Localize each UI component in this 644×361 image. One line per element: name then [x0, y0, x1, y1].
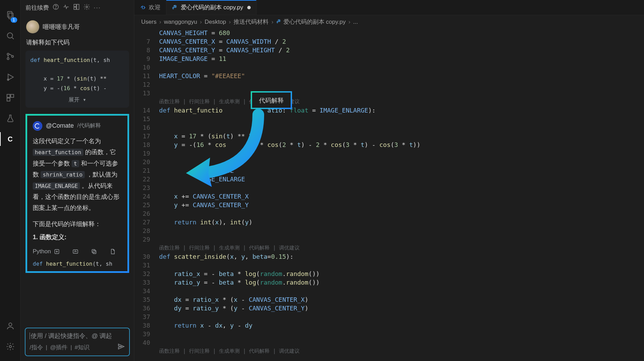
code-content[interactable]: CANVAS_HEIGHT = 680CANVAS_CENTER_X = CAN…	[159, 29, 644, 361]
code-line[interactable]	[159, 123, 644, 132]
code-line[interactable]	[159, 209, 644, 218]
comate-tag: /代码解释	[77, 122, 101, 129]
code-line[interactable]	[159, 312, 644, 321]
code-line[interactable]	[159, 89, 644, 97]
code-line[interactable]: x = 17 * (sin(t) ** 3)	[159, 132, 644, 140]
side-panel-chat: 前往续费 ··· 咂咂咂非凡哥 请解释如下代码 def heart_functi…	[21, 0, 134, 361]
svg-rect-17	[77, 4, 79, 10]
chat-user-row: 咂咂咂非凡哥	[26, 20, 128, 33]
breadcrumb-segment[interactable]: Users	[141, 19, 156, 25]
svg-point-12	[9, 323, 12, 326]
editor[interactable]: 7891011121314151617181920212223242526272…	[134, 29, 644, 361]
layout-icon[interactable]	[73, 3, 80, 12]
svg-rect-23	[92, 249, 95, 253]
modified-dot-icon	[247, 6, 251, 9]
code-line[interactable]: dx = ratio_x * (x - CANVAS_CENTER_X)	[159, 295, 644, 304]
breadcrumb-segment[interactable]: ...	[353, 19, 358, 25]
flask-icon[interactable]	[0, 108, 21, 129]
code-line[interactable]	[159, 338, 644, 347]
search-icon[interactable]	[0, 25, 21, 46]
comate-code-toolbar: Python	[33, 248, 122, 255]
explorer-icon[interactable]: 1	[0, 5, 21, 25]
debug-icon[interactable]	[0, 67, 21, 87]
code-line[interactable]: return x - dx, y - dy	[159, 321, 644, 330]
code-line[interactable]	[159, 330, 644, 338]
hint-knowledge[interactable]: #知识	[75, 343, 90, 351]
code-line[interactable]: CANVAS_CENTER_Y = CANVAS_HEIGHT / 2	[159, 46, 644, 54]
code-line[interactable]	[159, 115, 644, 123]
codelens-row[interactable]: 函数注释 | 行间注释 | 生成单测 | 代码解释 | 调优建议	[159, 97, 644, 106]
extensions-icon[interactable]	[0, 87, 21, 108]
code-line[interactable]: return int(x), int(y)	[159, 218, 644, 226]
svg-point-5	[7, 58, 9, 60]
chat-input-box[interactable]: 使用 / 调起快捷指令、@ 调起 /指令 | @插件 | #知识	[25, 328, 130, 356]
code-line[interactable]: CANVAS_CENTER_X = CANVAS_WIDTH / 2	[159, 37, 644, 46]
codelens-row[interactable]: 函数注释 | 行间注释 | 生成单测 | 代码解释 | 调优建议	[159, 347, 644, 355]
comate-name: @Comate	[46, 122, 74, 129]
more-icon[interactable]: ···	[94, 4, 101, 11]
comate-list-1: 1. 函数定义:	[33, 234, 66, 241]
svg-rect-9	[7, 94, 10, 97]
comate-text: ，默认值为	[86, 171, 117, 178]
hint-sep: |	[46, 344, 47, 351]
svg-point-24	[174, 6, 175, 6]
edit-icon[interactable]	[72, 248, 79, 255]
code-line[interactable]	[159, 158, 644, 166]
explorer-badge: 1	[11, 17, 17, 23]
code-line[interactable]	[159, 80, 644, 89]
breadcrumb-segment[interactable]: 推送代码材料	[233, 18, 269, 26]
code-line[interactable]: HEART_COLOR = "#EEAEEE"	[159, 72, 644, 80]
copy-icon[interactable]	[91, 248, 97, 255]
send-icon[interactable]	[117, 343, 125, 352]
comate-code-block: def heart_function(t, sh	[33, 261, 122, 267]
code-line[interactable]: ratio_x = - beta * log(random.random())	[159, 269, 644, 278]
hint-plugin[interactable]: @插件	[50, 343, 67, 351]
svg-point-2	[7, 33, 12, 38]
help-icon[interactable]	[52, 3, 59, 12]
breadcrumb-segment[interactable]: 爱心代码的副本 copy.py	[276, 18, 346, 26]
breadcrumb-segment[interactable]: Desktop	[205, 19, 226, 25]
code-line[interactable]: def heart_functio atio: float = IMAGE_EN…	[159, 106, 644, 115]
svg-point-19	[86, 6, 88, 8]
svg-rect-22	[93, 251, 96, 254]
code-line[interactable]: IMAGE_ENLARGE = 11	[159, 54, 644, 63]
code-line[interactable]	[159, 235, 644, 244]
code-line[interactable]	[159, 226, 644, 235]
tab-welcome[interactable]: 欢迎	[134, 0, 166, 15]
insert-icon[interactable]	[54, 248, 60, 255]
side-header-title[interactable]: 前往续费	[25, 4, 49, 12]
code-line[interactable]: x += CANVAS_CENTER_X	[159, 192, 644, 201]
code-line[interactable]: NLARGE	[159, 166, 644, 175]
comate-logo-icon	[33, 121, 42, 131]
svg-line-3	[12, 37, 13, 39]
code-line[interactable]: dy = ratio_y * (y - CANVAS_CENTER_Y)	[159, 304, 644, 312]
gear-icon[interactable]	[83, 3, 90, 12]
chat-input-placeholder[interactable]: 使用 / 调起快捷指令、@ 调起	[30, 332, 125, 340]
source-control-icon[interactable]	[0, 46, 21, 67]
code-line[interactable]: def scatter_inside(x, y, beta=0.15):	[159, 252, 644, 261]
hint-command[interactable]: /指令	[30, 343, 43, 351]
svg-point-15	[55, 8, 56, 9]
code-line[interactable]: AGE_ENLARGE	[159, 175, 644, 183]
account-icon[interactable]	[0, 316, 21, 336]
expand-button[interactable]: 展开 ▾	[30, 95, 124, 104]
code-line[interactable]	[159, 287, 644, 295]
comate-icon[interactable]: C	[0, 129, 21, 149]
code-line[interactable]: ratio_y = - beta * log(random.random())	[159, 278, 644, 287]
file-icon[interactable]	[110, 248, 116, 255]
code-line[interactable]	[159, 149, 644, 158]
code-line[interactable]	[159, 261, 644, 269]
code-line[interactable]: y += CANVAS_CENTER_Y	[159, 201, 644, 209]
breadcrumb-segment[interactable]: wanggongyu	[164, 19, 197, 25]
code-line[interactable]: CANVAS_HEIGHT = 680	[159, 29, 644, 37]
pulse-icon[interactable]	[63, 3, 70, 12]
svg-rect-10	[11, 94, 14, 97]
code-line[interactable]	[159, 183, 644, 192]
breadcrumb[interactable]: Users›wanggongyu›Desktop›推送代码材料› 爱心代码的副本…	[134, 15, 644, 29]
code-line[interactable]	[159, 63, 644, 72]
settings-gear-icon[interactable]	[0, 336, 21, 357]
comate-text: 这段代码定义了一个名为	[33, 138, 101, 145]
tab-python[interactable]: 爱心代码的副本 copy.py	[166, 0, 257, 15]
codelens-row[interactable]: 函数注释 | 行间注释 | 生成单测 | 代码解释 | 调优建议	[159, 244, 644, 252]
code-line[interactable]: y = -(16 * cos - 5 * cos(2 * t) - 2 * co…	[159, 140, 644, 149]
